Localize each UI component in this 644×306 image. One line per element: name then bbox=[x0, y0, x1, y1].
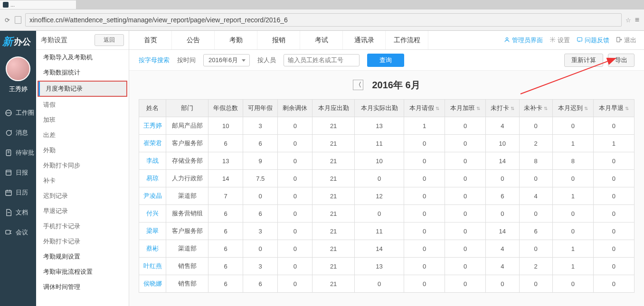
table-header[interactable]: 本月加班 bbox=[445, 100, 486, 117]
svg-point-15 bbox=[506, 37, 508, 39]
table-header[interactable]: 本月迟到 bbox=[552, 100, 593, 117]
cell-dept: 存储业务部 bbox=[166, 152, 208, 170]
cell-value: 6 bbox=[208, 205, 243, 223]
sidepanel-item[interactable]: 考勤导入及考勤机 bbox=[36, 50, 129, 65]
logo-text: 办公 bbox=[14, 36, 31, 47]
reload-icon[interactable]: ⟳ bbox=[5, 17, 10, 24]
row-name-link[interactable]: 梁翠 bbox=[146, 227, 159, 234]
table-header[interactable]: 本月早退 bbox=[593, 100, 634, 117]
approval-icon bbox=[5, 149, 12, 157]
sidepanel-item[interactable]: 考勤规则设置 bbox=[36, 249, 129, 264]
topnav-right-link[interactable]: 问题反馈 bbox=[577, 36, 609, 45]
cell-value: 0 bbox=[354, 275, 404, 293]
doc-icon bbox=[15, 16, 21, 24]
cell-dept: 服务营销组 bbox=[166, 205, 208, 223]
cell-value: 6 bbox=[519, 223, 552, 240]
cell-value: 21 bbox=[313, 205, 355, 223]
row-name-link[interactable]: 侯晓娜 bbox=[143, 280, 162, 287]
tab-title: ... bbox=[10, 2, 15, 8]
topnav-item[interactable]: 考勤 bbox=[215, 31, 257, 49]
address-bar[interactable]: xinoffice.cn/#/attendence_setting/manage… bbox=[25, 13, 622, 27]
svg-rect-5 bbox=[6, 170, 11, 176]
sidepanel-item[interactable]: 外勤打卡同步 bbox=[36, 158, 129, 173]
leftnav-item[interactable]: 消息 bbox=[0, 123, 36, 143]
sidepanel-item[interactable]: 外勤 bbox=[36, 143, 129, 158]
logo: 新 办公 bbox=[2, 35, 31, 49]
month-title: 2016年 6月 bbox=[372, 79, 420, 92]
sidepanel-item[interactable]: 早退记录 bbox=[36, 204, 129, 219]
sidepanel-item[interactable]: 加班 bbox=[36, 112, 129, 128]
recalc-button[interactable]: 重新计算 bbox=[564, 54, 603, 67]
cell-value: 0 bbox=[278, 275, 313, 293]
cell-value: 21 bbox=[313, 223, 355, 240]
filter-bytime-label: 按时间 bbox=[177, 56, 196, 65]
cell-value: 0 bbox=[404, 240, 445, 258]
topnav-item[interactable]: 首页 bbox=[129, 31, 172, 49]
row-name-link[interactable]: 李战 bbox=[146, 157, 159, 164]
avatar[interactable] bbox=[6, 56, 30, 81]
month-select[interactable]: 2016年6月 bbox=[203, 54, 250, 66]
row-name-link[interactable]: 易琼 bbox=[146, 175, 159, 182]
leftnav-item[interactable]: 工作圈 bbox=[0, 103, 36, 123]
topnav-right-link[interactable]: 退出 bbox=[616, 36, 636, 45]
topnav-right-link[interactable]: 设置 bbox=[549, 36, 570, 45]
cell-value: 1 bbox=[404, 117, 445, 135]
cell-value: 0 bbox=[243, 240, 278, 258]
cell-value: 1 bbox=[552, 135, 593, 152]
table-header[interactable]: 本月请假 bbox=[404, 100, 445, 117]
topnav-item[interactable]: 工作流程 bbox=[386, 31, 428, 49]
sidepanel-item[interactable]: 考勤数据统计 bbox=[36, 65, 129, 80]
table-header: 可用年假 bbox=[243, 100, 278, 117]
row-name-link[interactable]: 付兴 bbox=[146, 210, 159, 217]
table-header[interactable]: 未补卡 bbox=[519, 100, 552, 117]
back-button[interactable]: 返回 bbox=[95, 34, 124, 46]
browser-tab[interactable]: ... bbox=[0, 0, 76, 9]
sidepanel-item[interactable]: 出差 bbox=[36, 128, 129, 143]
leftnav-item[interactable]: 日报 bbox=[0, 163, 36, 183]
sidepanel-item[interactable]: 迟到记录 bbox=[36, 188, 129, 204]
sidepanel-item[interactable]: 补卡 bbox=[36, 173, 129, 188]
topnav-item[interactable]: 报销 bbox=[257, 31, 300, 49]
workspace-icon bbox=[5, 109, 12, 117]
cell-value: 0 bbox=[404, 223, 445, 240]
browser-tab-bar: ... bbox=[0, 0, 644, 9]
cell-value: 6 bbox=[243, 205, 278, 223]
person-input[interactable] bbox=[284, 54, 360, 66]
sidepanel-item[interactable]: 调休时间管理 bbox=[36, 279, 129, 295]
menu-icon[interactable]: ≡ bbox=[635, 16, 639, 24]
cell-value: 4 bbox=[519, 187, 552, 205]
topnav-item[interactable]: 通讯录 bbox=[343, 31, 386, 49]
row-name-link[interactable]: 叶红燕 bbox=[143, 262, 162, 269]
leftnav-item[interactable]: 会议 bbox=[0, 223, 36, 242]
cell-value: 21 bbox=[313, 187, 355, 205]
leftnav-item[interactable]: 日历 bbox=[0, 183, 36, 203]
table-row: 李战存储业务部139021100014880 bbox=[139, 152, 635, 170]
sidepanel-item[interactable]: 手机打卡记录 bbox=[36, 219, 129, 234]
topnav-item[interactable]: 考试 bbox=[300, 31, 343, 49]
cell-value: 0 bbox=[278, 205, 313, 223]
leftnav-item[interactable]: 文档 bbox=[0, 203, 36, 223]
table-row: 叶红燕销售部6302113004210 bbox=[139, 258, 635, 275]
topnav-item[interactable]: 公告 bbox=[172, 31, 215, 49]
cell-value: 0 bbox=[486, 205, 519, 223]
sidepanel-item[interactable]: 月度考勤记录 bbox=[38, 82, 126, 96]
table-header[interactable]: 未打卡 bbox=[486, 100, 519, 117]
sidepanel-item[interactable]: 请假 bbox=[36, 97, 129, 112]
row-name-link[interactable]: 王秀婷 bbox=[143, 122, 162, 129]
search-button[interactable]: 查询 bbox=[367, 54, 404, 67]
cell-value: 21 bbox=[313, 135, 355, 152]
filter-alpha[interactable]: 按字母搜索 bbox=[139, 56, 170, 65]
leftnav-item[interactable]: 待审批 bbox=[0, 143, 36, 163]
export-button[interactable]: 导出 bbox=[608, 54, 635, 67]
cell-value: 0 bbox=[552, 117, 593, 135]
cell-dept: 销售部 bbox=[166, 258, 208, 275]
left-nav: 新 办公 王秀婷 工作圈消息待审批日报日历文档会议 bbox=[0, 31, 36, 306]
bookmark-icon[interactable]: ☆ bbox=[625, 17, 631, 24]
sidepanel-item[interactable]: 考勤审批流程设置 bbox=[36, 264, 129, 279]
sidepanel-item[interactable]: 外勤打卡记录 bbox=[36, 234, 129, 249]
month-prev-button[interactable]: 〈 bbox=[353, 80, 363, 90]
row-name-link[interactable]: 尹凌晶 bbox=[143, 192, 162, 199]
row-name-link[interactable]: 崔荣君 bbox=[143, 139, 162, 147]
topnav-right-link[interactable]: 管理员界面 bbox=[504, 36, 543, 45]
row-name-link[interactable]: 蔡彬 bbox=[146, 245, 159, 252]
